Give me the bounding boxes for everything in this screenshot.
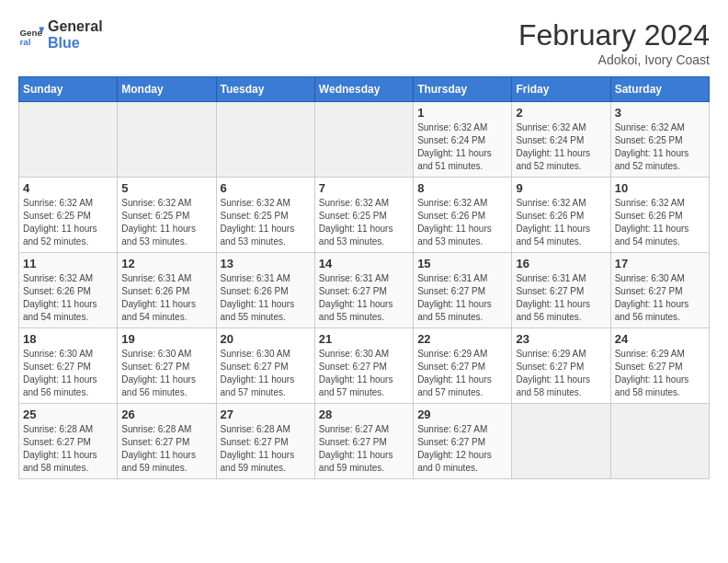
day-number: 29	[417, 408, 507, 421]
day-info: Sunrise: 6:28 AM Sunset: 6:27 PM Dayligh…	[221, 423, 311, 475]
calendar-cell	[610, 404, 709, 479]
day-info: Sunrise: 6:32 AM Sunset: 6:25 PM Dayligh…	[319, 197, 409, 248]
header: Gene ral General Blue February 2024 Adok…	[18, 18, 710, 67]
calendar-cell: 27Sunrise: 6:28 AM Sunset: 6:27 PM Dayli…	[216, 404, 314, 479]
day-header-sunday: Sunday	[19, 77, 118, 102]
calendar-week-row: 4Sunrise: 6:32 AM Sunset: 6:25 PM Daylig…	[19, 178, 710, 253]
day-number: 12	[121, 257, 211, 270]
day-number: 2	[516, 106, 606, 120]
logo-blue-text: Blue	[48, 35, 80, 51]
calendar-week-row: 1Sunrise: 6:32 AM Sunset: 6:24 PM Daylig…	[19, 102, 710, 178]
day-header-tuesday: Tuesday	[216, 77, 314, 102]
calendar-cell	[216, 102, 314, 178]
calendar-week-row: 25Sunrise: 6:28 AM Sunset: 6:27 PM Dayli…	[19, 404, 710, 479]
calendar-cell: 26Sunrise: 6:28 AM Sunset: 6:27 PM Dayli…	[118, 404, 216, 479]
day-header-wednesday: Wednesday	[314, 77, 413, 102]
logo-general-text: Gene	[48, 18, 85, 34]
calendar-cell: 17Sunrise: 6:30 AM Sunset: 6:27 PM Dayli…	[610, 253, 709, 328]
calendar-cell: 16Sunrise: 6:31 AM Sunset: 6:27 PM Dayli…	[512, 253, 610, 328]
day-info: Sunrise: 6:30 AM Sunset: 6:27 PM Dayligh…	[221, 348, 311, 399]
day-number: 16	[516, 257, 606, 270]
day-number: 19	[121, 332, 211, 346]
day-number: 7	[319, 181, 409, 195]
day-info: Sunrise: 6:31 AM Sunset: 6:26 PM Dayligh…	[221, 272, 311, 324]
day-info: Sunrise: 6:27 AM Sunset: 6:27 PM Dayligh…	[417, 423, 507, 475]
calendar-cell: 24Sunrise: 6:29 AM Sunset: 6:27 PM Dayli…	[610, 328, 709, 404]
day-info: Sunrise: 6:32 AM Sunset: 6:26 PM Dayligh…	[516, 197, 606, 248]
calendar-cell: 25Sunrise: 6:28 AM Sunset: 6:27 PM Dayli…	[19, 404, 118, 479]
calendar-cell: 10Sunrise: 6:32 AM Sunset: 6:26 PM Dayli…	[610, 178, 709, 253]
day-number: 9	[516, 181, 606, 195]
day-info: Sunrise: 6:32 AM Sunset: 6:25 PM Dayligh…	[23, 197, 113, 248]
calendar-cell: 13Sunrise: 6:31 AM Sunset: 6:26 PM Dayli…	[216, 253, 314, 328]
calendar-table: SundayMondayTuesdayWednesdayThursdayFrid…	[18, 76, 710, 479]
day-number: 17	[615, 257, 705, 270]
logo-icon: Gene ral	[18, 22, 44, 48]
day-info: Sunrise: 6:28 AM Sunset: 6:27 PM Dayligh…	[121, 423, 211, 475]
calendar-cell: 28Sunrise: 6:27 AM Sunset: 6:27 PM Dayli…	[314, 404, 413, 479]
day-info: Sunrise: 6:32 AM Sunset: 6:24 PM Dayligh…	[417, 121, 507, 173]
calendar-cell	[512, 404, 610, 479]
day-info: Sunrise: 6:32 AM Sunset: 6:25 PM Dayligh…	[221, 197, 311, 248]
calendar-cell: 5Sunrise: 6:32 AM Sunset: 6:25 PM Daylig…	[118, 178, 216, 253]
calendar-cell	[118, 102, 216, 178]
day-number: 14	[319, 257, 409, 270]
calendar-week-row: 18Sunrise: 6:30 AM Sunset: 6:27 PM Dayli…	[19, 328, 710, 404]
day-info: Sunrise: 6:32 AM Sunset: 6:26 PM Dayligh…	[23, 272, 113, 324]
calendar-cell: 6Sunrise: 6:32 AM Sunset: 6:25 PM Daylig…	[216, 178, 314, 253]
day-number: 15	[417, 257, 507, 270]
day-number: 26	[121, 408, 211, 421]
day-info: Sunrise: 6:31 AM Sunset: 6:27 PM Dayligh…	[516, 272, 606, 324]
day-header-thursday: Thursday	[414, 77, 512, 102]
calendar-cell: 12Sunrise: 6:31 AM Sunset: 6:26 PM Dayli…	[118, 253, 216, 328]
day-number: 18	[23, 332, 113, 346]
calendar-cell	[314, 102, 413, 178]
day-header-monday: Monday	[118, 77, 216, 102]
day-number: 4	[23, 181, 113, 195]
day-header-saturday: Saturday	[610, 77, 709, 102]
calendar-cell: 15Sunrise: 6:31 AM Sunset: 6:27 PM Dayli…	[414, 253, 512, 328]
day-info: Sunrise: 6:32 AM Sunset: 6:25 PM Dayligh…	[615, 121, 705, 173]
day-info: Sunrise: 6:30 AM Sunset: 6:27 PM Dayligh…	[319, 348, 409, 399]
day-info: Sunrise: 6:32 AM Sunset: 6:26 PM Dayligh…	[417, 197, 507, 248]
day-number: 24	[615, 332, 705, 346]
day-info: Sunrise: 6:29 AM Sunset: 6:27 PM Dayligh…	[615, 348, 705, 399]
calendar-cell: 18Sunrise: 6:30 AM Sunset: 6:27 PM Dayli…	[19, 328, 118, 404]
calendar-cell: 7Sunrise: 6:32 AM Sunset: 6:25 PM Daylig…	[314, 178, 413, 253]
calendar-cell: 21Sunrise: 6:30 AM Sunset: 6:27 PM Dayli…	[314, 328, 413, 404]
day-info: Sunrise: 6:31 AM Sunset: 6:27 PM Dayligh…	[417, 272, 507, 324]
calendar-cell: 14Sunrise: 6:31 AM Sunset: 6:27 PM Dayli…	[314, 253, 413, 328]
day-info: Sunrise: 6:31 AM Sunset: 6:27 PM Dayligh…	[319, 272, 409, 324]
day-number: 1	[417, 106, 507, 120]
main-title: February 2024	[518, 18, 710, 52]
day-info: Sunrise: 6:30 AM Sunset: 6:27 PM Dayligh…	[615, 272, 705, 324]
day-info: Sunrise: 6:32 AM Sunset: 6:25 PM Dayligh…	[121, 197, 211, 248]
calendar-header-row: SundayMondayTuesdayWednesdayThursdayFrid…	[19, 77, 710, 102]
day-info: Sunrise: 6:32 AM Sunset: 6:24 PM Dayligh…	[516, 121, 606, 173]
calendar-cell	[19, 102, 118, 178]
day-number: 10	[615, 181, 705, 195]
day-number: 6	[221, 181, 311, 195]
logo-ral-text: ral	[85, 18, 103, 34]
day-header-friday: Friday	[512, 77, 610, 102]
day-number: 21	[319, 332, 409, 346]
subtitle: Adokoi, Ivory Coast	[518, 52, 710, 67]
day-info: Sunrise: 6:29 AM Sunset: 6:27 PM Dayligh…	[516, 348, 606, 399]
day-info: Sunrise: 6:28 AM Sunset: 6:27 PM Dayligh…	[23, 423, 113, 475]
calendar-cell: 8Sunrise: 6:32 AM Sunset: 6:26 PM Daylig…	[414, 178, 512, 253]
calendar-cell: 1Sunrise: 6:32 AM Sunset: 6:24 PM Daylig…	[414, 102, 512, 178]
calendar-cell: 11Sunrise: 6:32 AM Sunset: 6:26 PM Dayli…	[19, 253, 118, 328]
day-info: Sunrise: 6:30 AM Sunset: 6:27 PM Dayligh…	[23, 348, 113, 399]
calendar-cell: 29Sunrise: 6:27 AM Sunset: 6:27 PM Dayli…	[414, 404, 512, 479]
calendar-week-row: 11Sunrise: 6:32 AM Sunset: 6:26 PM Dayli…	[19, 253, 710, 328]
day-number: 3	[615, 106, 705, 120]
logo: Gene ral General Blue	[18, 18, 103, 52]
calendar-cell: 22Sunrise: 6:29 AM Sunset: 6:27 PM Dayli…	[414, 328, 512, 404]
day-number: 25	[23, 408, 113, 421]
calendar-cell: 19Sunrise: 6:30 AM Sunset: 6:27 PM Dayli…	[118, 328, 216, 404]
calendar-cell: 9Sunrise: 6:32 AM Sunset: 6:26 PM Daylig…	[512, 178, 610, 253]
day-info: Sunrise: 6:29 AM Sunset: 6:27 PM Dayligh…	[417, 348, 507, 399]
day-number: 11	[23, 257, 113, 270]
day-info: Sunrise: 6:32 AM Sunset: 6:26 PM Dayligh…	[615, 197, 705, 248]
calendar-cell: 23Sunrise: 6:29 AM Sunset: 6:27 PM Dayli…	[512, 328, 610, 404]
